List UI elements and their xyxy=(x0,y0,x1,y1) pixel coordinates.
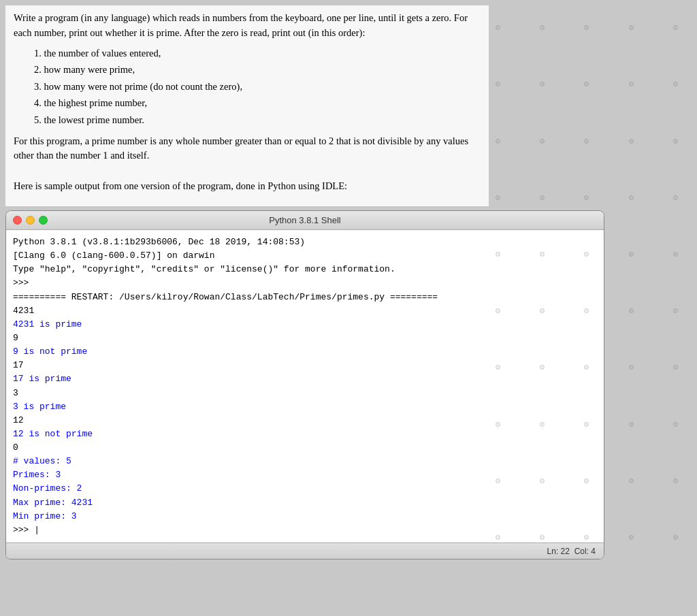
wm-icon: ⚙ xyxy=(610,113,653,168)
wm-icon: ⚙ xyxy=(565,396,608,451)
close-button[interactable] xyxy=(13,216,22,225)
shell-titlebar: Python 3.8.1 Shell xyxy=(6,211,604,230)
wm-icon: ⚙ xyxy=(654,113,697,168)
list-item-4: 4. the highest prime number, xyxy=(34,95,481,112)
wm-icon: ⚙ xyxy=(565,0,608,55)
wm-icon: ⚙ xyxy=(521,396,564,451)
wm-icon: ⚙ xyxy=(654,0,697,55)
shell-title: Python 3.8.1 Shell xyxy=(269,215,341,225)
traffic-lights xyxy=(13,216,48,225)
sample-intro-text: Here is sample output from one version o… xyxy=(14,179,481,194)
wm-icon: ⚙ xyxy=(610,170,653,225)
wm-icon: ⚙ xyxy=(476,453,519,508)
wm-icon: ⚙ xyxy=(654,227,697,282)
list-item-5: 5. the lowest prime number. xyxy=(34,112,481,129)
list-item-1: 1. the number of values entered, xyxy=(34,45,481,62)
wm-icon: ⚙ xyxy=(610,396,653,451)
problem-description: Write a program (in any language) which … xyxy=(5,5,489,206)
wm-icon: ⚙ xyxy=(654,56,697,112)
wm-icon: ⚙ xyxy=(610,510,653,565)
wm-icon: ⚙ xyxy=(521,510,564,565)
wm-icon: ⚙ xyxy=(521,227,564,282)
main-wrapper: ⚙ ⚙ ⚙ ⚙ ⚙ ⚙ ⚙ ⚙ ⚙ ⚙ ⚙ ⚙ ⚙ ⚙ ⚙ ⚙ ⚙ ⚙ ⚙ ⚙ … xyxy=(0,0,697,565)
wm-icon: ⚙ xyxy=(610,227,653,282)
list-item-3: 3. how many were not prime (do not count… xyxy=(34,78,481,95)
wm-icon: ⚙ xyxy=(654,453,697,508)
wm-icon: ⚙ xyxy=(610,56,653,112)
wm-icon: ⚙ xyxy=(654,170,697,225)
wm-icon: ⚙ xyxy=(521,340,564,395)
wm-icon: ⚙ xyxy=(565,113,608,168)
watermark-grid: ⚙ ⚙ ⚙ ⚙ ⚙ ⚙ ⚙ ⚙ ⚙ ⚙ ⚙ ⚙ ⚙ ⚙ ⚙ ⚙ ⚙ ⚙ ⚙ ⚙ … xyxy=(476,0,697,565)
wm-icon: ⚙ xyxy=(654,396,697,451)
problem-intro: Write a program (in any language) which … xyxy=(14,11,481,41)
wm-icon: ⚙ xyxy=(521,453,564,508)
requirements-list: 1. the number of values entered, 2. how … xyxy=(34,45,481,129)
wm-icon: ⚙ xyxy=(654,510,697,565)
list-item-2: 2. how many were prime, xyxy=(34,61,481,78)
maximize-button[interactable] xyxy=(39,216,48,225)
wm-icon: ⚙ xyxy=(476,340,519,395)
wm-icon: ⚙ xyxy=(565,510,608,565)
wm-icon: ⚙ xyxy=(565,56,608,112)
wm-icon: ⚙ xyxy=(565,227,608,282)
wm-icon: ⚙ xyxy=(565,340,608,395)
wm-icon: ⚙ xyxy=(476,396,519,451)
minimize-button[interactable] xyxy=(26,216,35,225)
wm-icon: ⚙ xyxy=(654,283,697,338)
wm-icon: ⚙ xyxy=(476,227,519,282)
wm-icon: ⚙ xyxy=(610,453,653,508)
wm-icon: ⚙ xyxy=(654,340,697,395)
wm-icon: ⚙ xyxy=(565,283,608,338)
wm-icon: ⚙ xyxy=(521,56,564,112)
prime-definition: For this program, a prime number is any … xyxy=(14,134,481,164)
wm-icon: ⚙ xyxy=(610,283,653,338)
wm-icon: ⚙ xyxy=(565,453,608,508)
wm-icon: ⚙ xyxy=(610,0,653,55)
wm-icon: ⚙ xyxy=(521,283,564,338)
wm-icon: ⚙ xyxy=(521,113,564,168)
wm-icon: ⚙ xyxy=(610,340,653,395)
wm-icon: ⚙ xyxy=(476,283,519,338)
wm-icon: ⚙ xyxy=(521,0,564,55)
wm-icon: ⚙ xyxy=(476,510,519,565)
